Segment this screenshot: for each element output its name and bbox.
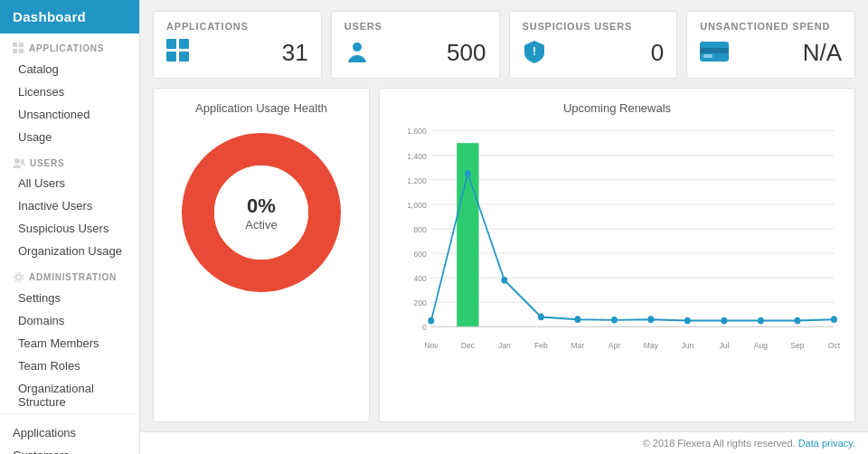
svg-text:800: 800 [413,224,426,234]
svg-rect-2 [13,49,17,53]
sidebar-item-team-members[interactable]: Team Members [0,332,139,355]
sidebar-item-catalog[interactable]: Catalog [0,58,139,80]
donut-percent: 0% [245,194,277,218]
stat-label-spend: Unsanctioned Spend [700,21,842,32]
footer: © 2018 Flexera All rights reserved. Data… [140,431,868,454]
sidebar-item-all-users[interactable]: All Users [0,172,139,194]
sidebar-section-applications: Applications [0,33,139,58]
svg-point-49 [831,316,837,323]
renewals-svg: 02004006008001,0001,2001,4001,600NovDecJ… [392,122,842,357]
sidebar-item-settings[interactable]: Settings [0,287,139,309]
footer-privacy-link[interactable]: Data privacy. [798,438,855,449]
svg-rect-1 [19,43,24,47]
stat-value-spend: N/A [803,39,842,67]
sidebar-item-inactive-users[interactable]: Inactive Users [0,194,139,217]
sidebar-footer: Applications Customers [0,413,139,454]
stat-label-users: Users [344,21,486,32]
footer-copyright: © 2018 Flexera All rights reserved. [643,438,796,449]
svg-point-39 [465,170,471,177]
renewals-chart-wrap: 02004006008001,0001,2001,4001,600NovDecJ… [392,122,842,409]
svg-text:Jan: Jan [498,341,511,351]
svg-rect-9 [179,39,189,49]
sidebar-item-domains[interactable]: Domains [0,309,139,332]
charts-area: Application Usage Health 0% Active Upcom… [140,88,868,431]
svg-rect-15 [700,48,729,53]
sidebar-item-licenses[interactable]: Licenses [0,80,139,103]
svg-point-45 [684,317,691,325]
sidebar-header: Dashboard [0,0,139,33]
svg-point-12 [353,43,362,52]
svg-rect-3 [19,49,24,53]
svg-point-48 [794,317,800,325]
donut-center: 0% Active [245,194,277,232]
svg-text:1,000: 1,000 [407,200,426,210]
svg-point-41 [538,314,544,321]
svg-rect-10 [166,52,176,61]
sidebar-item-suspicious-users[interactable]: Suspicious Users [0,217,139,240]
applications-icon [13,43,24,54]
svg-text:Mar: Mar [571,341,584,351]
donut-label: Active [245,218,277,232]
svg-point-7 [14,272,24,282]
stat-card-applications: Applications 31 [153,11,322,79]
svg-text:600: 600 [413,249,426,259]
svg-text:Aug: Aug [754,341,768,351]
sidebar: Dashboard Applications Catalog Licenses … [0,0,140,454]
sidebar-item-unsanctioned[interactable]: Unsanctioned [0,103,139,126]
users-icon [13,157,25,168]
svg-text:Jul: Jul [719,341,729,351]
svg-text:May: May [644,341,659,351]
sidebar-item-usage[interactable]: Usage [0,126,139,148]
svg-point-46 [721,317,727,325]
svg-text:Sep: Sep [790,341,804,351]
donut-chart: 0% Active [180,131,343,294]
sidebar-title: Dashboard [13,9,86,24]
svg-rect-0 [13,43,17,47]
apps-icon [166,39,192,67]
stat-value-suspicious: 0 [651,39,664,67]
svg-point-40 [501,277,507,284]
chart-usage-title: Application Usage Health [195,101,327,115]
stats-row: Applications 31 Users 500 Suspicious Use… [140,0,868,88]
sidebar-footer-applications[interactable]: Applications [0,421,139,444]
stat-card-users: Users 500 [331,11,500,79]
svg-point-43 [611,317,618,324]
svg-point-5 [21,159,24,164]
stat-card-suspicious: Suspicious Users ! 0 [509,11,678,79]
stat-label-suspicious: Suspicious Users [523,21,665,32]
stat-card-spend: Unsanctioned Spend N/A [686,11,855,79]
svg-text:Nov: Nov [424,341,439,351]
shield-icon: ! [523,39,546,67]
sidebar-section-admin: Administration [0,262,139,287]
chart-renewals: Upcoming Renewals 02004006008001,0001,20… [379,88,855,422]
svg-rect-11 [179,52,189,61]
card-icon [700,42,729,64]
chart-renewals-title: Upcoming Renewals [563,101,671,115]
sidebar-item-org-usage[interactable]: Organization Usage [0,240,139,262]
svg-text:!: ! [533,45,536,58]
main-content: Applications 31 Users 500 Suspicious Use… [140,0,868,454]
chart-usage-health: Application Usage Health 0% Active [153,88,370,422]
svg-text:1,600: 1,600 [407,127,426,137]
svg-text:Oct: Oct [828,341,841,351]
svg-text:Jun: Jun [681,341,693,351]
svg-text:1,400: 1,400 [407,151,426,161]
svg-text:200: 200 [413,298,426,308]
users-stat-icon [344,39,370,67]
sidebar-item-org-structure[interactable]: Organizational Structure [0,377,139,413]
sidebar-item-team-roles[interactable]: Team Roles [0,355,139,377]
svg-rect-16 [703,54,712,58]
svg-text:0: 0 [422,323,427,333]
svg-point-47 [758,317,764,325]
svg-text:Dec: Dec [461,341,476,351]
svg-text:Apr: Apr [609,341,620,351]
sidebar-footer-customers[interactable]: Customers [0,444,139,454]
svg-point-6 [16,275,22,280]
stat-value-users: 500 [447,39,486,67]
svg-point-38 [428,317,434,325]
stat-value-applications: 31 [282,39,308,67]
svg-point-42 [574,316,580,323]
admin-icon [13,271,24,283]
svg-text:400: 400 [413,274,426,284]
svg-text:Feb: Feb [534,341,548,351]
